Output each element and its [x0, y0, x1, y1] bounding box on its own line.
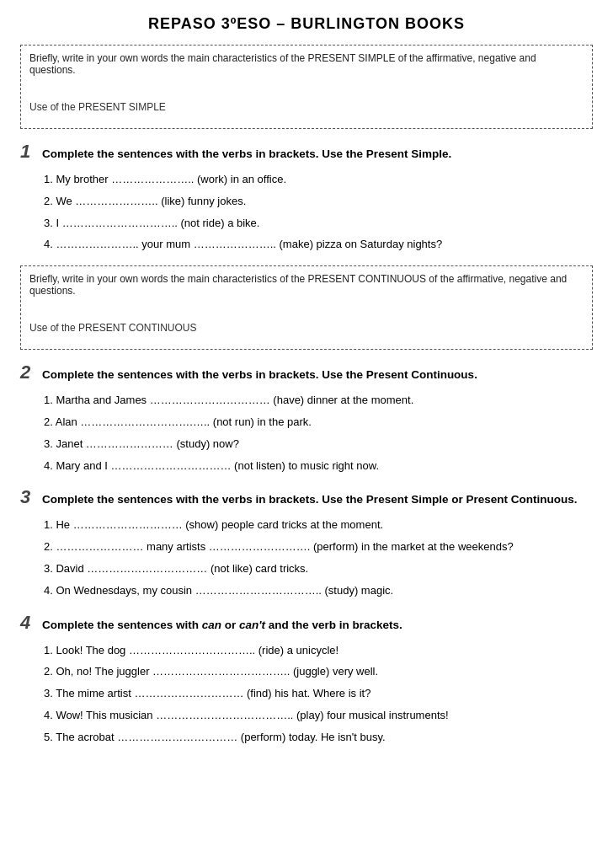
section-2-sentences: 1. Martha and James …………………………… (have) d…	[44, 392, 593, 474]
section-2-title: Complete the sentences with the verbs in…	[42, 368, 477, 381]
list-item: 4. On Wednesdays, my cousin …………………………….…	[44, 582, 593, 600]
list-item: 4. Mary and I …………………………… (not listen) t…	[44, 458, 593, 475]
list-item: 1. My brother ………………….. (work) in an off…	[44, 171, 593, 189]
list-item: 3. The mime artist ………………………… (find) his…	[44, 685, 593, 703]
section-4: 4 Complete the sentences with can or can…	[20, 612, 593, 747]
section-2: 2 Complete the sentences with the verbs …	[20, 362, 593, 474]
list-item: 1. Look! The dog …………………………….. (ride) a …	[44, 642, 593, 660]
list-item: 4. ………………….. your mum ………………….. (make) p…	[44, 236, 593, 254]
list-item: 3. Janet …………………… (study) now?	[44, 436, 593, 453]
present-simple-usage-label: Use of the PRESENT SIMPLE	[29, 101, 584, 113]
section-4-title: Complete the sentences with can or can't…	[42, 619, 402, 631]
list-item: 2. We ………………….. (like) funny jokes.	[44, 193, 593, 211]
list-item: 1. Martha and James …………………………… (have) d…	[44, 392, 593, 410]
present-continuous-usage-label: Use of the PRESENT CONTINUOUS	[29, 322, 584, 334]
list-item: 5. The acrobat …………………………… (perform) tod…	[44, 729, 593, 747]
section-4-sentences: 1. Look! The dog …………………………….. (ride) a …	[44, 642, 593, 747]
section-1-title: Complete the sentences with the verbs in…	[42, 147, 451, 160]
present-simple-instruction: Briefly, write in your own words the mai…	[29, 52, 584, 76]
section-4-number: 4	[20, 612, 35, 634]
present-simple-box: Briefly, write in your own words the mai…	[20, 45, 593, 129]
section-1: 1 Complete the sentences with the verbs …	[20, 141, 593, 254]
list-item: 2. Oh, no! The juggler ……………………………….. (j…	[44, 663, 593, 681]
section-2-number: 2	[20, 362, 35, 383]
list-item: 2. Alan ………………………….….. (not run) in the …	[44, 414, 593, 431]
section-3: 3 Complete the sentences with the verbs …	[20, 486, 593, 599]
section-3-title: Complete the sentences with the verbs in…	[42, 493, 577, 506]
section-3-sentences: 1. He ………………………… (show) people card tric…	[44, 517, 593, 599]
list-item: 1. He ………………………… (show) people card tric…	[44, 517, 593, 534]
present-continuous-instruction: Briefly, write in your own words the mai…	[29, 273, 584, 297]
list-item: 3. I ………………………….. (not ride) a bike.	[44, 215, 593, 233]
list-item: 4. Wow! This musician ……………………………….. (pl…	[44, 707, 593, 725]
list-item: 3. David …………………………… (not like) card tri…	[44, 560, 593, 578]
section-1-number: 1	[20, 141, 35, 163]
page-title: REPASO 3ºESO – BURLINGTON BOOKS	[20, 15, 593, 33]
list-item: 2. …………………… many artists ………………………. (per…	[44, 538, 593, 556]
section-1-sentences: 1. My brother ………………….. (work) in an off…	[44, 171, 593, 254]
present-continuous-box: Briefly, write in your own words the mai…	[20, 265, 593, 350]
section-3-number: 3	[20, 486, 35, 508]
